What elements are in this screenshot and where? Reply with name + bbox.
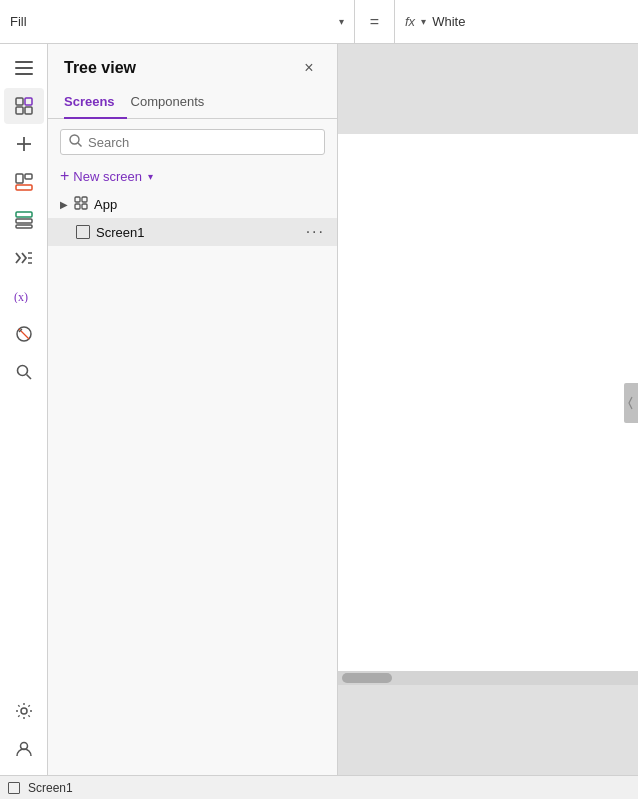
status-bar: Screen1 [0, 775, 638, 799]
search-sidebar-icon[interactable] [4, 354, 44, 390]
svg-rect-11 [16, 185, 32, 190]
hamburger-icon[interactable] [4, 50, 44, 86]
tab-components[interactable]: Components [127, 88, 217, 119]
tree-view-title: Tree view [64, 59, 136, 77]
fill-chevron-icon: ▾ [339, 16, 344, 27]
svg-rect-12 [16, 212, 32, 217]
main-content: (x) Tree view × Screens [0, 44, 638, 775]
new-screen-chevron-icon: ▾ [148, 171, 153, 182]
new-screen-button[interactable]: + New screen ▾ [48, 161, 337, 191]
tree-tabs: Screens Components [48, 88, 337, 119]
settings-icon[interactable] [4, 693, 44, 729]
svg-rect-4 [25, 98, 32, 105]
svg-rect-13 [16, 219, 32, 223]
canvas-area [338, 44, 638, 775]
top-bar: Fill ▾ = fx ▾ White [0, 0, 638, 44]
svg-rect-9 [16, 174, 23, 183]
svg-rect-5 [16, 107, 23, 114]
canvas-top-bar [338, 44, 638, 134]
svg-point-24 [21, 708, 27, 714]
data-icon[interactable] [4, 202, 44, 238]
theme-icon[interactable] [4, 316, 44, 352]
equals-icon: = [370, 13, 379, 31]
equals-button[interactable]: = [355, 0, 395, 43]
horizontal-scrollbar[interactable] [338, 671, 638, 685]
formula-value: White [432, 14, 465, 29]
svg-rect-3 [16, 98, 23, 105]
search-input[interactable] [88, 135, 316, 150]
screen-icon [76, 225, 90, 239]
svg-rect-2 [15, 73, 33, 75]
svg-text:(x): (x) [14, 290, 28, 303]
svg-rect-29 [82, 197, 87, 202]
svg-line-23 [26, 375, 31, 380]
new-screen-label: New screen [73, 169, 142, 184]
svg-point-22 [17, 366, 27, 376]
search-container [48, 119, 337, 161]
tree-panel: Tree view × Screens Components + New [48, 44, 338, 775]
screen-more-button[interactable]: ··· [306, 223, 325, 241]
svg-rect-6 [25, 107, 32, 114]
svg-rect-10 [25, 174, 32, 179]
svg-line-27 [78, 143, 82, 147]
variables-icon[interactable]: (x) [4, 278, 44, 314]
formula-bar: fx ▾ White [395, 14, 638, 29]
fill-label: Fill [10, 14, 339, 29]
tree-view-icon[interactable] [4, 88, 44, 124]
svg-rect-14 [16, 225, 32, 228]
svg-rect-28 [75, 197, 80, 202]
scrollbar-thumb[interactable] [342, 673, 392, 683]
screen1-row[interactable]: Screen1 ··· [48, 218, 337, 246]
fx-icon: fx [405, 14, 415, 29]
search-icon [69, 134, 82, 150]
sidebar-icons: (x) [0, 44, 48, 775]
fill-dropdown[interactable]: Fill ▾ [0, 0, 355, 43]
tab-screens[interactable]: Screens [64, 88, 127, 119]
canvas-main[interactable] [338, 134, 638, 671]
tree-header: Tree view × [48, 44, 337, 88]
svg-rect-30 [75, 204, 80, 209]
svg-rect-0 [15, 61, 33, 63]
status-screen-icon [8, 782, 20, 794]
svg-rect-1 [15, 67, 33, 69]
chevrons-icon[interactable] [4, 240, 44, 276]
status-screen-label: Screen1 [28, 781, 73, 795]
app-row[interactable]: ▶ App [48, 191, 337, 218]
screen1-label: Screen1 [96, 225, 300, 240]
svg-point-26 [70, 135, 79, 144]
sidebar-bottom [4, 693, 44, 775]
svg-rect-31 [82, 204, 87, 209]
insert-icon[interactable] [4, 164, 44, 200]
account-icon[interactable] [4, 731, 44, 767]
plus-icon[interactable] [4, 126, 44, 162]
tree-close-button[interactable]: × [297, 56, 321, 80]
new-screen-plus-icon: + [60, 167, 69, 185]
canvas-right-handle[interactable] [624, 383, 638, 423]
app-label: App [94, 197, 117, 212]
app-chevron-icon: ▶ [60, 199, 68, 210]
app-icon [74, 196, 88, 213]
canvas-bottom-bar [338, 685, 638, 775]
fx-chevron-icon: ▾ [421, 16, 426, 27]
search-box[interactable] [60, 129, 325, 155]
